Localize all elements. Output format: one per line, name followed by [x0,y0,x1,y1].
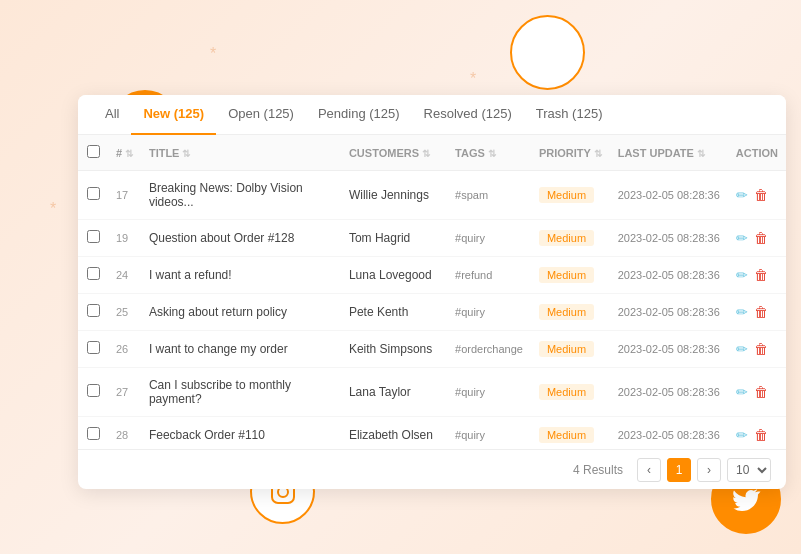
col-checkbox [78,135,108,171]
tab-new[interactable]: New (125) [131,95,216,135]
tickets-table: # TITLE CUSTOMERS TAGS PRIORITY LAST UPD… [78,135,786,449]
col-tags[interactable]: TAGS [447,135,531,171]
action-cell: ✏ 🗑 [736,427,778,443]
main-panel: All New (125) Open (125) Pending (125) R… [78,95,786,489]
action-cell: ✏ 🗑 [736,341,778,357]
action-cell: ✏ 🗑 [736,267,778,283]
col-title[interactable]: TITLE [141,135,341,171]
action-cell: ✏ 🗑 [736,304,778,320]
row-priority: Medium [531,171,610,220]
edit-button[interactable]: ✏ [736,187,748,203]
row-tag: #spam [447,171,531,220]
row-actions: ✏ 🗑 [728,220,786,257]
row-checkbox [78,368,108,417]
row-priority: Medium [531,257,610,294]
table-row: 24 I want a refund! Luna Lovegood #refun… [78,257,786,294]
row-customer: Luna Lovegood [341,257,447,294]
delete-button[interactable]: 🗑 [754,187,768,203]
next-page-button[interactable]: › [697,458,721,482]
tab-open[interactable]: Open (125) [216,95,306,135]
row-priority: Medium [531,417,610,450]
row-title: Breaking News: Dolby Vision videos... [141,171,341,220]
row-tag: #orderchange [447,331,531,368]
row-customer: Pete Kenth [341,294,447,331]
row-title: Feecback Order #110 [141,417,341,450]
delete-button[interactable]: 🗑 [754,384,768,400]
priority-badge: Medium [539,341,594,357]
row-tag: #quiry [447,417,531,450]
priority-badge: Medium [539,187,594,203]
tab-pending[interactable]: Pending (125) [306,95,412,135]
col-customers[interactable]: CUSTOMERS [341,135,447,171]
row-title: Question about Order #128 [141,220,341,257]
row-tag: #quiry [447,220,531,257]
edit-button[interactable]: ✏ [736,304,748,320]
edit-button[interactable]: ✏ [736,341,748,357]
row-select-checkbox[interactable] [87,230,100,243]
tab-trash[interactable]: Trash (125) [524,95,615,135]
priority-badge: Medium [539,230,594,246]
tab-all[interactable]: All [93,95,131,135]
page-1-button[interactable]: 1 [667,458,691,482]
row-id: 17 [108,171,141,220]
row-select-checkbox[interactable] [87,304,100,317]
row-id: 19 [108,220,141,257]
row-id: 27 [108,368,141,417]
delete-button[interactable]: 🗑 [754,230,768,246]
select-all-checkbox[interactable] [87,145,100,158]
edit-button[interactable]: ✏ [736,384,748,400]
row-checkbox [78,417,108,450]
row-date: 2023-02-05 08:28:36 [610,220,728,257]
row-priority: Medium [531,220,610,257]
edit-button[interactable]: ✏ [736,427,748,443]
row-id: 28 [108,417,141,450]
delete-button[interactable]: 🗑 [754,427,768,443]
decorative-asterisk-2: * [470,70,476,88]
row-title: I want a refund! [141,257,341,294]
edit-button[interactable]: ✏ [736,267,748,283]
per-page-select[interactable]: 10 25 50 [727,458,771,482]
tab-bar: All New (125) Open (125) Pending (125) R… [78,95,786,135]
row-date: 2023-02-05 08:28:36 [610,331,728,368]
col-id[interactable]: # [108,135,141,171]
row-date: 2023-02-05 08:28:36 [610,417,728,450]
delete-button[interactable]: 🗑 [754,341,768,357]
row-actions: ✏ 🗑 [728,257,786,294]
table-container: # TITLE CUSTOMERS TAGS PRIORITY LAST UPD… [78,135,786,449]
edit-button[interactable]: ✏ [736,230,748,246]
pagination: 4 Results ‹ 1 › 10 25 50 [78,449,786,489]
action-cell: ✏ 🗑 [736,384,778,400]
row-priority: Medium [531,331,610,368]
row-priority: Medium [531,368,610,417]
prev-page-button[interactable]: ‹ [637,458,661,482]
row-select-checkbox[interactable] [87,267,100,280]
row-customer: Lana Taylor [341,368,447,417]
mail-icon[interactable] [510,15,585,90]
row-select-checkbox[interactable] [87,427,100,440]
row-checkbox [78,171,108,220]
decorative-asterisk-5: * [50,200,56,218]
row-select-checkbox[interactable] [87,187,100,200]
row-actions: ✏ 🗑 [728,417,786,450]
row-checkbox [78,257,108,294]
tab-resolved[interactable]: Resolved (125) [412,95,524,135]
table-row: 19 Question about Order #128 Tom Hagrid … [78,220,786,257]
row-customer: Keith Simpsons [341,331,447,368]
row-id: 26 [108,331,141,368]
row-date: 2023-02-05 08:28:36 [610,294,728,331]
row-actions: ✏ 🗑 [728,171,786,220]
delete-button[interactable]: 🗑 [754,267,768,283]
priority-badge: Medium [539,384,594,400]
row-priority: Medium [531,294,610,331]
row-date: 2023-02-05 08:28:36 [610,171,728,220]
row-id: 24 [108,257,141,294]
results-count: 4 Results [573,463,623,477]
action-cell: ✏ 🗑 [736,187,778,203]
row-select-checkbox[interactable] [87,341,100,354]
priority-badge: Medium [539,267,594,283]
col-priority[interactable]: PRIORITY [531,135,610,171]
col-last-update[interactable]: LAST UPDATE [610,135,728,171]
row-select-checkbox[interactable] [87,384,100,397]
priority-badge: Medium [539,427,594,443]
delete-button[interactable]: 🗑 [754,304,768,320]
